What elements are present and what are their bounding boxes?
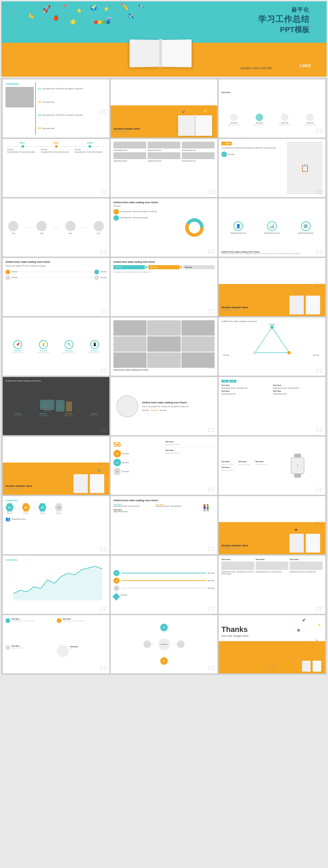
slide-9-icons-teal: 👤 Supporting text here 📊 Supporting text… — [219, 198, 325, 257]
year-3: 2019 — [87, 142, 93, 144]
tcol-1: Text here Supporting text here. Copy pas… — [221, 558, 254, 611]
section3-sub: Supporting text here — [5, 488, 32, 490]
s16-title: Unified fonts make reading more fluent. — [5, 380, 107, 382]
slide-24-section4: /04 Section Header Here Supporting text … — [219, 496, 325, 554]
tcol-3: Text here Supporting text here. Copy pas… — [290, 558, 323, 611]
step1-label: Text here — [207, 572, 215, 574]
unified-text: Text here — [113, 205, 173, 208]
circle-item-1: Text — [8, 232, 18, 234]
slide-2-section1: /01 Section Header Here Supporting text … — [111, 79, 217, 138]
section2-header: Section Header Here — [221, 306, 248, 309]
contents-item-4: Copy paste here. — [42, 127, 55, 129]
step-2: 2 Text here — [113, 578, 215, 584]
section1-header: Section Header Here — [113, 127, 140, 130]
step3-label: Text here — [207, 587, 215, 589]
book-deco-4: 🎓 — [288, 527, 322, 553]
slide3-title: Text here — [221, 91, 323, 93]
section3-header: Section Header Here — [5, 484, 32, 488]
section3-num: /03 — [5, 479, 32, 484]
s14-footer: Unified fonts make reading more fluent. — [113, 369, 215, 371]
slide-21-smartwatch: Text here Supporting text here Text here… — [219, 437, 325, 495]
wm-19: CC — [99, 460, 108, 467]
wm-15: CC — [316, 368, 324, 374]
tri-label-right: Text here — [313, 354, 319, 356]
slide-6-text: ...Text Copy paste here. Choose the only… — [219, 139, 325, 197]
s15-heading: Unified fonts make reading more fluent. — [221, 320, 323, 322]
flow-box-1: Text here — [113, 265, 145, 269]
icon-item-2: Text here Supporting text here — [253, 114, 265, 126]
wm-11: CC — [208, 308, 216, 314]
slide-14-imgrid: Unified fonts make reading more fluent. … — [111, 318, 217, 376]
tb-1: Text here Supporting text here. Copy pas… — [5, 618, 55, 644]
section4-num: /04 — [221, 539, 248, 544]
wm-21: CC — [316, 487, 324, 493]
timeline-text-3: Text hereCopy paste here. Choose the onl… — [74, 149, 105, 154]
section4-sub: Supporting text here — [221, 547, 248, 549]
logo-circle: LOGO — [298, 58, 313, 73]
slide-13-teal-icons: 📌 Text here Supporting text here 💡 Text … — [3, 318, 109, 376]
line-chart-svg — [5, 563, 107, 600]
icon-item-4: Text here Supporting text here — [304, 114, 316, 126]
slide-19-section3: /03 Section Header Here Supporting text … — [3, 437, 109, 495]
slide-29-circle-center: Text here ★ ★ — [111, 615, 217, 673]
tb-4: Text here Text — [57, 645, 107, 671]
s18-col2: Text here — [273, 384, 323, 386]
wm-29: CC — [208, 665, 216, 672]
timeline-text-1: Text hereCopy paste here. Choose the onl… — [7, 149, 38, 154]
device-tablet — [56, 400, 64, 411]
s17-title: Unified fonts make reading more fluent. — [142, 401, 215, 404]
thanks-text: Thanks — [221, 625, 248, 634]
unified-title: Unified fonts make reading more fluent. — [113, 201, 173, 204]
s10-title: Unified fonts make reading more fluent. — [5, 261, 107, 263]
slide-27-text-cols: Text here Supporting text here. Copy pas… — [219, 556, 325, 614]
slide-8-unified: Unified fonts make reading more fluent. … — [111, 198, 217, 257]
section4-header: Section Header Here — [221, 544, 248, 547]
slide-23-unified-reading: Unified fonts make reading more fluent. … — [111, 496, 217, 554]
slide-22-contents2: Contents 01 Text here 02 Text here — [3, 496, 109, 554]
teal4-2: 💡 Text here Supporting text here — [37, 340, 49, 353]
thanks-book — [301, 658, 322, 672]
timeline-text-2: Text hereCopy paste here. Choose the onl… — [41, 149, 71, 154]
year-2: 2018 — [53, 142, 59, 144]
slide-7-circles: Text Text Text Text — [3, 198, 109, 257]
slide-20-data-circles: 56 W Text here M Text here — [111, 437, 217, 495]
book-deco: 🚀 ⭐ — [176, 108, 214, 136]
teal4-3: 🔧 Text here Supporting text here — [63, 340, 75, 353]
slide-12-section2: /02 Section Header Here Supporting text … — [219, 258, 325, 316]
icon-item-3: Text here Supporting text here — [278, 114, 291, 126]
contents-item-2: Copy paste here. — [42, 101, 55, 103]
flow-box-2: Text here — [148, 265, 180, 269]
wm-22: CC — [100, 546, 108, 553]
slide-4-timeline: 2017 2018 2019 Text hereCopy paste here.… — [3, 139, 109, 197]
step-1: 1 Text here — [113, 570, 215, 576]
text-label: ...Text — [221, 142, 232, 145]
icon-item-1: Text here Supporting text here — [228, 114, 240, 126]
slide-11-flow: Unified fonts make reading more fluent. … — [111, 258, 217, 316]
svg-point-4 — [270, 325, 274, 329]
section1-num: /01 — [113, 122, 140, 127]
svg-marker-3 — [255, 327, 289, 353]
s25-contents: Contents — [5, 558, 107, 561]
s11-title: Unified fonts make reading more fluent. — [113, 261, 215, 263]
unified-footer-sub: Theme color makes PPT more convenient to… — [221, 253, 323, 255]
triangle-svg — [251, 325, 292, 356]
wm-3: CC — [316, 128, 324, 134]
slide-30-thanks: Thanks And Your Slogan Here 🚀 ⭐ 📚 ✏️ CC — [219, 615, 325, 673]
svg-point-6 — [253, 351, 257, 354]
slogan-text: And Your Slogan Here — [221, 634, 248, 637]
sw-col1-title: Text here — [221, 461, 237, 463]
tb-3: Text here Supporting text here. — [5, 645, 55, 671]
tb-2: Text here Supporting text here. Copy pas… — [57, 618, 107, 644]
device-phone — [66, 402, 72, 411]
wm-10: CC — [100, 308, 108, 314]
step2-label: Text here — [207, 580, 215, 582]
contents-item-1: Copy paste here. Choose the only option … — [42, 88, 83, 90]
contents-title: Contents — [5, 82, 34, 86]
wm-12: CC — [315, 281, 324, 288]
slide-grid: Contents 01 Copy paste here. Choose the … — [1, 78, 327, 675]
tab-1: Text — [221, 380, 229, 383]
book-illustration — [126, 33, 195, 67]
year-1: 2017 — [20, 142, 25, 144]
contents-item-3: Copy paste here. Choose the only option … — [42, 114, 83, 116]
smartwatch-shape: ⌚ — [273, 454, 323, 478]
